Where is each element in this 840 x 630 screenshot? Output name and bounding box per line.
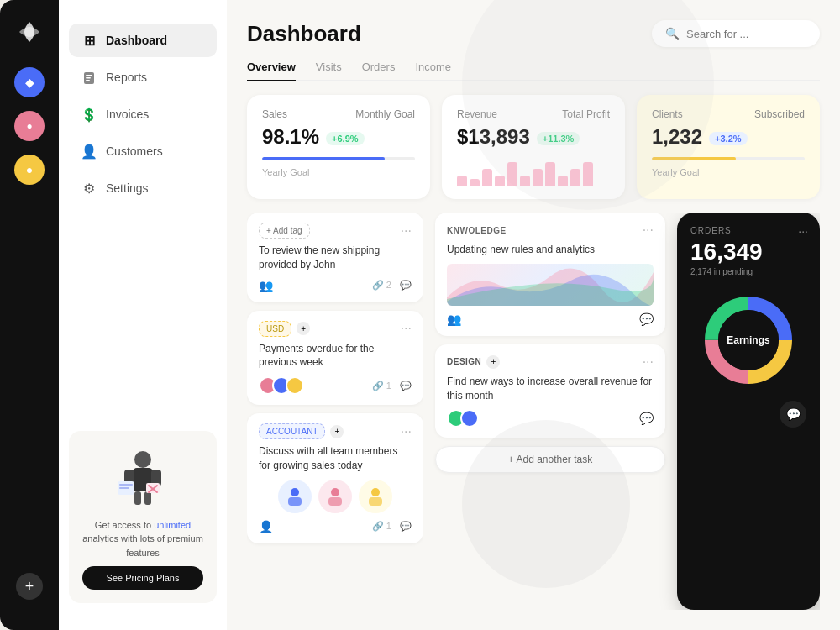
sidebar-item-reports[interactable]: Reports xyxy=(69,60,217,94)
stat-sales-footer: Yearly Goal xyxy=(262,167,415,177)
task-3-dots[interactable]: ··· xyxy=(401,424,412,439)
main-sidebar: ⊞ Dashboard Reports 💲 Invoices xyxy=(59,0,227,630)
task-3-illustration xyxy=(259,480,412,513)
promo-link[interactable]: unlimited xyxy=(154,520,191,530)
kcard-dots[interactable]: ··· xyxy=(643,223,654,238)
task-card-3: ACCOUTANT + ··· Discuss with all team me… xyxy=(247,413,423,543)
stat-sales-badge: +6.9% xyxy=(326,132,365,145)
task-2-dots[interactable]: ··· xyxy=(401,321,412,336)
pricing-button[interactable]: See Pricing Plans xyxy=(82,566,203,590)
stat-revenue-value: $13,893 xyxy=(457,125,530,149)
bar-9 xyxy=(558,176,568,186)
task-card-1: + Add tag ··· To review the new shipping… xyxy=(247,213,423,302)
task-2-plus[interactable]: + xyxy=(297,322,310,335)
tab-income[interactable]: Income xyxy=(415,60,451,81)
design-card: DESIGN + ··· Find new ways to increase o… xyxy=(435,344,665,438)
task-3-top: ACCOUTANT + ··· xyxy=(259,423,412,439)
search-input[interactable] xyxy=(686,28,806,40)
search-bar: 🔍 xyxy=(652,20,820,47)
stat-clients-badge: +3.2% xyxy=(709,132,748,145)
task-column: + Add tag ··· To review the new shipping… xyxy=(247,213,423,610)
bar-2 xyxy=(470,179,480,186)
svg-rect-17 xyxy=(288,497,302,506)
add-task-button[interactable]: + Add another task xyxy=(435,446,665,473)
nav-dot-yellow[interactable]: ● xyxy=(14,155,45,185)
header: Dashboard 🔍 xyxy=(247,20,820,47)
design-dots[interactable]: ··· xyxy=(643,354,654,370)
sales-progress-bar xyxy=(262,157,415,160)
kcard-chat[interactable]: 💬 xyxy=(639,312,654,326)
task-2-top: USD + ··· xyxy=(259,321,412,337)
sidebar-item-settings[interactable]: ⚙ Settings xyxy=(69,171,217,205)
task-3-count: 🔗 1 xyxy=(372,521,391,532)
char-2 xyxy=(318,480,352,513)
kcard-chart xyxy=(447,264,654,306)
promo-text: Get access to unlimited analytics with l… xyxy=(82,518,203,560)
tab-overview[interactable]: Overview xyxy=(247,60,296,81)
sidebar-item-label-reports: Reports xyxy=(106,71,147,84)
invoices-icon: 💲 xyxy=(81,106,97,123)
knowledge-card: KNWOLEDGE ··· Updating new rules and ana… xyxy=(435,213,665,336)
stat-revenue-secondary: Total Profit xyxy=(562,108,610,120)
bottom-section: + Add tag ··· To review the new shipping… xyxy=(247,213,820,610)
search-icon: 🔍 xyxy=(665,27,680,40)
sidebar-item-customers[interactable]: 👤 Customers xyxy=(69,134,217,168)
page-title: Dashboard xyxy=(247,21,361,47)
design-avatar-2 xyxy=(460,409,479,428)
stat-clients-value: 1,232 xyxy=(652,125,702,149)
device-dots[interactable]: ··· xyxy=(798,224,808,238)
knowledge-column: KNWOLEDGE ··· Updating new rules and ana… xyxy=(435,213,665,610)
nav-dot-blue[interactable]: ◆ xyxy=(14,67,45,97)
stat-sales-label: Sales xyxy=(262,108,287,120)
stat-card-revenue: Revenue Total Profit $13,893 +11.3% xyxy=(442,95,625,199)
nav-dot-pink[interactable]: ● xyxy=(14,111,45,141)
tab-visits[interactable]: Visits xyxy=(316,60,342,81)
design-text: Find new ways to increase overall revenu… xyxy=(447,375,654,403)
task-card-2: USD + ··· Payments overdue for the previ… xyxy=(247,311,423,406)
task-1-actions: 👥 🔗 2 💬 xyxy=(259,279,412,292)
task-3-plus[interactable]: + xyxy=(330,425,344,438)
svg-rect-2 xyxy=(86,77,91,79)
task-2-actions: 🔗 1 💬 xyxy=(259,376,412,395)
stat-card-clients: Clients Subscribed 1,232 +3.2% Yearly Go… xyxy=(637,95,820,199)
task-2-meta: 🔗 1 💬 xyxy=(372,381,412,391)
stat-clients-label: Clients xyxy=(652,108,683,120)
task-2-chat: 💬 xyxy=(400,381,412,391)
design-chat[interactable]: 💬 xyxy=(639,412,654,425)
sales-progress-fill xyxy=(262,157,385,160)
task-1-chat: 💬 xyxy=(400,280,412,291)
sidebar-item-dashboard[interactable]: ⊞ Dashboard xyxy=(69,24,217,57)
main-content: Dashboard 🔍 Overview Visits Orders Incom… xyxy=(227,0,840,630)
revenue-mini-bars xyxy=(457,159,610,186)
task-1-tag[interactable]: + Add tag xyxy=(259,223,310,239)
task-1-dots[interactable]: ··· xyxy=(401,223,412,239)
sidebar-promo: Get access to unlimited analytics with l… xyxy=(69,431,217,604)
svg-rect-21 xyxy=(369,497,382,506)
task-3-meta: 🔗 1 💬 xyxy=(372,521,412,532)
donut-label: Earnings xyxy=(727,334,769,346)
task-1-count: 🔗 2 xyxy=(372,280,391,291)
customers-icon: 👤 xyxy=(81,143,97,160)
sidebar-item-label-customers: Customers xyxy=(106,144,163,158)
sidebar-nav: ⊞ Dashboard Reports 💲 Invoices xyxy=(59,17,227,212)
design-plus[interactable]: + xyxy=(486,355,500,369)
stat-sales-value: 98.1% xyxy=(262,125,319,149)
svg-point-16 xyxy=(291,488,299,496)
stat-revenue-badge: +11.3% xyxy=(537,132,580,145)
sidebar-item-invoices[interactable]: 💲 Invoices xyxy=(69,97,217,131)
task-2-count: 🔗 1 xyxy=(372,381,391,391)
kcard-tag: KNWOLEDGE xyxy=(447,226,507,235)
task-3-chat: 💬 xyxy=(400,521,412,532)
stat-clients-footer: Yearly Goal xyxy=(652,167,805,177)
tab-orders[interactable]: Orders xyxy=(362,60,396,81)
sidebar-item-label-invoices: Invoices xyxy=(106,108,149,121)
add-button[interactable]: + xyxy=(16,573,43,600)
task-2-tag[interactable]: USD xyxy=(259,321,291,337)
char-1 xyxy=(278,480,312,513)
bar-4 xyxy=(495,176,505,186)
stat-card-revenue-header: Revenue Total Profit xyxy=(457,108,610,120)
device-chat-button[interactable]: 💬 xyxy=(780,401,806,428)
task-2-avatars xyxy=(259,376,299,395)
icon-sidebar: ◆ ● ● + xyxy=(0,0,59,630)
task-3-tag[interactable]: ACCOUTANT xyxy=(259,423,325,439)
